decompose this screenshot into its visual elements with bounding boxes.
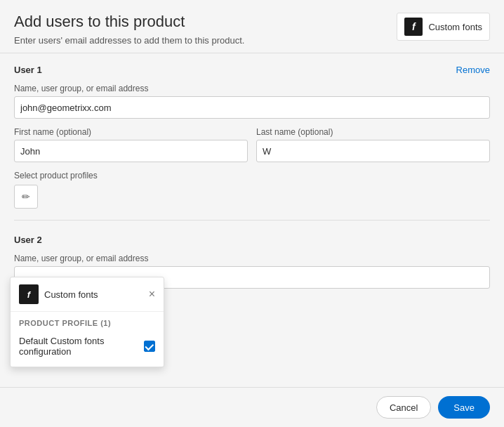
popup-close-button[interactable]: ×: [149, 289, 155, 300]
profile-popup: f Custom fonts × PRODUCT PROFILE (1) Def…: [10, 277, 164, 367]
user2-header: User 2: [14, 235, 490, 245]
header-left: Add users to this product Enter users' e…: [14, 13, 244, 46]
profile-item: Default Custom fonts configuration: [19, 333, 155, 360]
user1-section: User 1 Remove Name, user group, or email…: [14, 53, 490, 209]
main-area[interactable]: User 1 Remove Name, user group, or email…: [0, 53, 504, 387]
profile-item-label: Default Custom fonts configuration: [19, 336, 144, 357]
page-container: Add users to this product Enter users' e…: [0, 0, 504, 427]
cancel-button[interactable]: Cancel: [376, 396, 431, 419]
user1-lastname-label: Last name (optional): [256, 127, 490, 137]
user1-label: User 1: [14, 65, 42, 75]
user1-lastname-input[interactable]: [256, 140, 490, 162]
popup-section-label: PRODUCT PROFILE (1): [19, 319, 155, 327]
user1-profiles-label: Select product profiles: [14, 171, 490, 180]
page-subtitle: Enter users' email addresses to add them…: [14, 35, 244, 46]
user1-name-row: First name (optional) Last name (optiona…: [14, 127, 490, 162]
pencil-icon: ✏: [22, 191, 30, 202]
save-button[interactable]: Save: [438, 396, 490, 419]
user1-lastname-group: Last name (optional): [256, 127, 490, 162]
custom-fonts-badge[interactable]: f Custom fonts: [397, 13, 490, 41]
user2-email-label: Name, user group, or email address: [14, 254, 490, 263]
popup-header: f Custom fonts ×: [11, 277, 164, 312]
user1-email-group: Name, user group, or email address: [14, 84, 490, 119]
user1-email-label: Name, user group, or email address: [14, 84, 490, 93]
popup-body: PRODUCT PROFILE (1) Default Custom fonts…: [11, 312, 164, 367]
section-divider: [14, 220, 490, 221]
user2-label: User 2: [14, 235, 42, 245]
user1-profile-section: Select product profiles ✏: [14, 171, 490, 209]
popup-title: Custom fonts: [44, 289, 98, 300]
page-header: Add users to this product Enter users' e…: [0, 0, 504, 53]
user1-firstname-input[interactable]: [14, 140, 248, 162]
popup-header-left: f Custom fonts: [19, 284, 98, 304]
user1-email-input[interactable]: [14, 96, 490, 119]
user1-profile-btn[interactable]: ✏: [14, 185, 38, 209]
font-icon: f: [404, 18, 423, 36]
popup-font-icon: f: [19, 284, 39, 304]
user1-firstname-label: First name (optional): [14, 127, 248, 137]
page-footer: Cancel Save: [0, 387, 504, 427]
profile-checkbox[interactable]: [144, 341, 155, 352]
user1-firstname-group: First name (optional): [14, 127, 248, 162]
page-title: Add users to this product: [14, 13, 244, 31]
remove-button[interactable]: Remove: [456, 65, 490, 75]
user1-header: User 1 Remove: [14, 65, 490, 75]
badge-label: Custom fonts: [428, 22, 482, 32]
